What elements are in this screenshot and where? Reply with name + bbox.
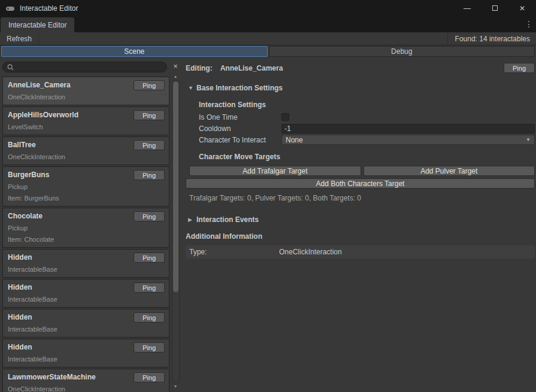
interactable-item-info: Item: Chocolate [8, 236, 164, 243]
search-icon [7, 64, 14, 71]
close-button[interactable]: ✕ [508, 0, 536, 16]
character-move-targets-header: Character Move Targets [199, 153, 535, 161]
list-item[interactable]: AppleHillsOverworld LevelSwitch Ping [2, 107, 169, 135]
mode-tabs: Scene Debug [0, 45, 536, 57]
interactable-type: OneClickInteraction [8, 385, 164, 392]
ping-button[interactable]: Ping [134, 312, 165, 323]
ping-button[interactable]: Ping [134, 253, 165, 263]
interactable-editor-window: Interactable Editor — ✕ Interactable Edi… [0, 0, 536, 392]
editing-header: Editing: AnneLise_Camera Ping [186, 62, 535, 74]
list-item[interactable]: Hidden InteractableBase Ping [2, 279, 169, 308]
ping-button[interactable]: Ping [134, 342, 165, 353]
editing-value: AnneLise_Camera [220, 64, 283, 72]
ping-button[interactable]: Ping [134, 211, 165, 221]
scene-list-panel: AnneLise_Camera OneClickInteraction Ping… [0, 57, 181, 392]
ping-button[interactable]: Ping [134, 140, 165, 150]
toolbar: Refresh Found: 14 interactables [0, 32, 536, 45]
ping-button[interactable]: Ping [134, 170, 165, 180]
additional-information-header: Additional Information [186, 232, 535, 241]
list-item[interactable]: Hidden InteractableBase Ping [2, 309, 169, 338]
editor-tab-strip: Interactable Editor ⋮ [0, 16, 536, 32]
minimize-button[interactable]: — [453, 0, 481, 16]
close-icon: ✕ [519, 4, 525, 13]
list-item[interactable]: BallTree OneClickInteraction Ping [2, 136, 169, 165]
scrollbar-thumb[interactable] [173, 81, 178, 292]
is-one-time-label: Is One Time [199, 113, 281, 121]
is-one-time-row: Is One Time [199, 111, 535, 123]
ping-button[interactable]: Ping [134, 372, 165, 382]
character-to-interact-dropdown[interactable]: None ▼ [281, 135, 535, 145]
add-trafalgar-target-button[interactable]: Add Trafalgar Target [189, 166, 361, 176]
search-clear-button[interactable]: × [173, 62, 178, 72]
add-both-characters-target-button[interactable]: Add Both Characters Target [186, 178, 535, 189]
ping-button[interactable]: Ping [134, 110, 165, 120]
type-row: Type: OneClickInteraction [186, 245, 535, 259]
interactable-type: LevelSwitch [8, 123, 164, 130]
foldout-label: Interaction Events [196, 215, 259, 224]
foldout-interaction-events[interactable]: ▶ Interaction Events [188, 215, 535, 224]
found-count-label: Found: 14 interactables [447, 32, 536, 45]
is-one-time-checkbox[interactable] [281, 113, 289, 121]
maximize-button[interactable] [481, 0, 508, 16]
title-bar: Interactable Editor — ✕ [0, 0, 536, 16]
search-row [2, 62, 169, 72]
editing-label: Editing: [186, 64, 213, 72]
kebab-menu-icon[interactable]: ⋮ [525, 19, 533, 29]
interactable-type: InteractableBase [8, 326, 164, 333]
list-column: AnneLise_Camera OneClickInteraction Ping… [0, 57, 171, 392]
interactable-type: OneClickInteraction [8, 93, 164, 101]
minimize-icon: — [464, 4, 471, 13]
main-content: AnneLise_Camera OneClickInteraction Ping… [0, 57, 536, 392]
interactable-type: Pickup [8, 224, 164, 232]
cooldown-field[interactable] [281, 124, 535, 133]
inspector-panel: Editing: AnneLise_Camera Ping ▼ Base Int… [181, 57, 536, 392]
list-scroll-column: × ▲ ▼ [171, 57, 181, 392]
window-title: Interactable Editor [20, 4, 78, 13]
add-pulver-target-button[interactable]: Add Pulver Target [364, 166, 535, 176]
character-to-interact-label: Character To Interact [199, 136, 281, 144]
scrollbar-track[interactable] [172, 80, 180, 383]
character-to-interact-row: Character To Interact None ▼ [199, 134, 535, 145]
tab-interactable-editor[interactable]: Interactable Editor [1, 17, 74, 32]
tab-label: Interactable Editor [8, 21, 66, 29]
scroll-up-icon[interactable]: ▲ [174, 74, 178, 80]
ping-button[interactable]: Ping [504, 63, 535, 73]
ping-button[interactable]: Ping [134, 282, 165, 293]
list-scrollbar[interactable]: ▲ ▼ [172, 74, 180, 390]
foldout-open-icon: ▼ [188, 85, 196, 91]
interactable-list: AnneLise_Camera OneClickInteraction Ping… [2, 77, 169, 392]
cooldown-label: Cooldown [199, 124, 281, 133]
target-buttons-row: Add Trafalgar Target Add Pulver Target [189, 166, 535, 176]
app-icon [5, 4, 15, 13]
window-controls: — ✕ [453, 0, 536, 16]
list-item[interactable]: LawnmowerStateMachine OneClickInteractio… [2, 369, 169, 392]
both-target-button-row: Add Both Characters Target [186, 178, 535, 189]
list-item[interactable]: Chocolate Pickup Item: Chocolate Ping [2, 208, 169, 248]
tab-debug[interactable]: Debug [269, 46, 535, 57]
interactable-type: OneClickInteraction [8, 153, 164, 160]
interactable-type: InteractableBase [8, 296, 164, 303]
foldout-base-interaction-settings[interactable]: ▼ Base Interaction Settings [188, 84, 535, 92]
interactable-type: Pickup [8, 183, 164, 190]
list-item[interactable]: Hidden InteractableBase Ping [2, 249, 169, 278]
targets-summary: Trafalgar Targets: 0, Pulver Targets: 0,… [189, 194, 535, 202]
foldout-closed-icon: ▶ [188, 217, 196, 223]
list-item[interactable]: Hidden InteractableBase Ping [2, 339, 169, 367]
scroll-down-icon[interactable]: ▼ [174, 384, 178, 390]
dropdown-value: None [286, 136, 303, 144]
type-value: OneClickInteraction [279, 248, 342, 256]
type-label: Type: [186, 248, 279, 256]
cooldown-row: Cooldown [199, 123, 535, 134]
interaction-settings-header: Interaction Settings [199, 101, 535, 109]
tab-scene[interactable]: Scene [1, 46, 268, 57]
interactable-item-info: Item: BurgerBuns [8, 195, 164, 202]
interactable-type: InteractableBase [8, 355, 164, 363]
maximize-icon [492, 5, 498, 11]
ping-button[interactable]: Ping [134, 80, 165, 90]
interactable-type: InteractableBase [8, 266, 164, 273]
list-item[interactable]: AnneLise_Camera OneClickInteraction Ping [2, 77, 169, 105]
search-box[interactable] [2, 62, 167, 72]
refresh-button[interactable]: Refresh [0, 32, 39, 45]
list-item[interactable]: BurgerBuns Pickup Item: BurgerBuns Ping [2, 166, 169, 206]
search-input[interactable] [17, 63, 162, 71]
